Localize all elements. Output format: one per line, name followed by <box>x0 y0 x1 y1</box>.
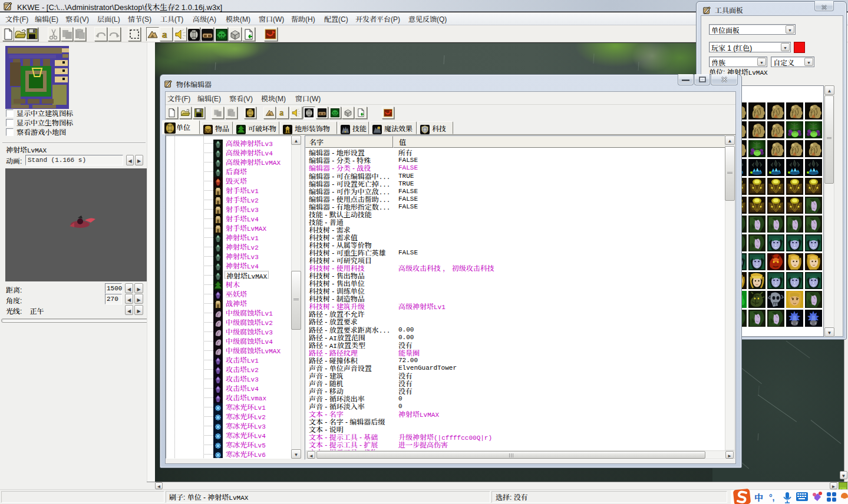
svg-text:a: a <box>279 108 283 117</box>
svg-text:a: a <box>162 29 167 40</box>
